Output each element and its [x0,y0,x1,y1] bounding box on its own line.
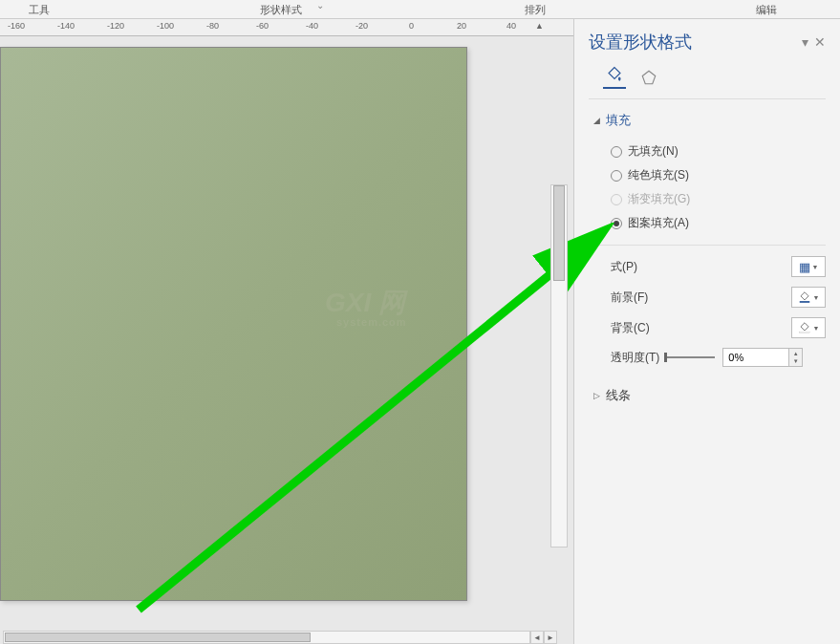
line-section: ▷ 线条 [574,376,840,412]
chevron-down-icon: ▼ [813,294,820,301]
scroll-right-icon[interactable]: ► [544,631,557,644]
transparency-spinner: ▲ ▼ [722,348,803,367]
ruler-tick: -80 [206,21,219,31]
horizontal-scrollbar[interactable] [3,631,530,644]
pattern-grid-icon: ▦ [799,260,810,274]
ruler-tick: -60 [256,21,269,31]
tab-arrange[interactable]: 排列 [515,0,555,18]
svg-rect-3 [799,332,809,333]
ruler-tick: -40 [306,21,318,31]
foreground-control: 前景(F) ▼ [593,282,826,312]
ruler-tick: -120 [107,21,124,31]
ruler-tick: -160 [8,21,25,31]
pattern-control: 式(P) ▦ ▼ [593,251,826,282]
canvas-area: -160 -140 -120 -100 -80 -60 -40 -20 0 20… [0,19,573,644]
spinner-down-icon[interactable]: ▼ [793,357,799,365]
paint-bucket-icon [606,66,623,83]
format-sidebar: 设置形状格式 ▾ ✕ ◢ 填充 [573,19,840,644]
background-color-button[interactable]: ▼ [791,317,826,338]
scroll-left-icon[interactable]: ◄ [530,631,544,644]
line-section-title: 线条 [606,387,631,404]
radio-icon [611,194,622,205]
radio-label: 无填充(N) [628,143,678,160]
fill-options: 无填充(N) 纯色填充(S) 渐变填充(G) 图案填充(A) [593,132,826,246]
vertical-scroll-thumb[interactable] [553,185,565,281]
transparency-label: 透明度(T) [611,350,659,366]
radio-no-fill[interactable]: 无填充(N) [611,140,826,163]
pentagon-icon [640,69,657,86]
background-control: 背景(C) ▼ [593,312,826,343]
line-section-header[interactable]: ▷ 线条 [593,384,826,407]
pattern-picker-button[interactable]: ▦ ▼ [791,256,826,277]
canvas-content[interactable]: GXI 网 system.com [0,36,573,629]
ruler-tick: -100 [157,21,174,31]
tab-edit[interactable]: 编辑 [746,0,786,18]
ruler-tick: -20 [355,21,368,31]
close-icon[interactable]: ✕ [814,34,826,50]
radio-icon [611,170,622,182]
paint-bucket-icon [798,290,811,304]
vertical-scrollbar[interactable] [550,184,568,547]
shape-rectangle[interactable] [0,47,467,601]
transparency-input[interactable] [722,348,789,367]
ruler-tick: 40 [506,21,516,31]
fill-section-header[interactable]: ◢ 填充 [593,109,826,132]
fill-mode-icon[interactable] [603,66,626,89]
chevron-down-icon: ▼ [812,264,819,270]
sidebar-header: 设置形状格式 ▾ ✕ [574,19,840,61]
ruler-tick: -140 [57,21,75,31]
horizontal-scroll-thumb[interactable] [5,633,311,642]
ruler-tick: 20 [457,21,466,31]
transparency-slider[interactable] [667,356,715,358]
svg-rect-2 [799,301,809,303]
main-container: -160 -140 -120 -100 -80 -60 -40 -20 0 20… [0,19,840,644]
expand-icon: ▷ [593,391,600,400]
top-tab-bar: 工具 形状样式 ⌄ 排列 编辑 [0,0,840,19]
radio-label: 纯色填充(S) [628,167,689,183]
horizontal-ruler: -160 -140 -120 -100 -80 -60 -40 -20 0 20… [0,19,573,36]
transparency-control: 透明度(T) ▲ ▼ [593,343,826,372]
chevron-down-icon: ▼ [813,325,820,332]
effects-mode-icon[interactable] [637,66,660,89]
tab-tools[interactable]: 工具 [19,0,59,18]
foreground-color-button[interactable]: ▼ [791,287,826,308]
radio-icon [611,146,622,158]
foreground-label: 前景(F) [611,290,791,306]
ruler-up-icon[interactable]: ▲ [535,21,544,31]
radio-gradient-fill: 渐变填充(G) [611,187,826,211]
ruler-tick: 0 [409,21,414,31]
pattern-label: 式(P) [611,259,791,275]
fill-section-title: 填充 [606,112,631,129]
sidebar-header-icons: ▾ ✕ [802,34,826,50]
radio-label: 图案填充(A) [628,215,689,231]
background-label: 背景(C) [611,320,791,336]
collapse-icon: ◢ [593,116,600,125]
radio-pattern-fill[interactable]: 图案填充(A) [611,211,826,235]
radio-solid-fill[interactable]: 纯色填充(S) [611,163,826,187]
menu-icon[interactable]: ▾ [802,34,808,50]
paint-bucket-icon [798,321,811,334]
mode-selector [589,61,826,99]
radio-label: 渐变填充(G) [628,191,690,207]
sidebar-title: 设置形状格式 [589,31,692,54]
horizontal-scroll-container: ◄ ► [0,629,573,644]
expand-icon[interactable]: ⌄ [316,0,324,18]
fill-section: ◢ 填充 无填充(N) 纯色填充(S) 渐变填充(G) [574,99,840,376]
slider-thumb[interactable] [664,353,667,362]
spinner-up-icon[interactable]: ▲ [793,350,799,357]
radio-icon-checked [611,218,622,229]
tab-shape-style[interactable]: 形状样式 [250,0,312,18]
spinner-arrows[interactable]: ▲ ▼ [789,348,803,367]
